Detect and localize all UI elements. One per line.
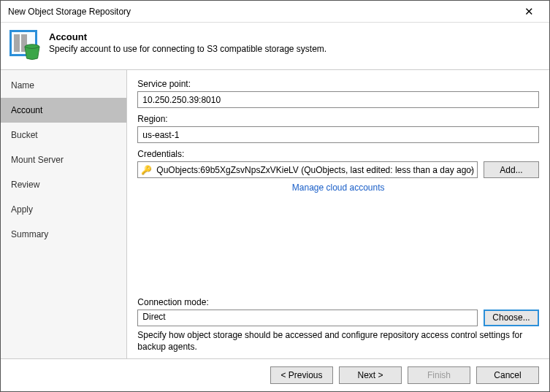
wizard-steps: Name Account Bucket Mount Server Review … bbox=[1, 70, 127, 358]
object-storage-icon bbox=[9, 30, 40, 61]
credentials-label: Credentials: bbox=[137, 149, 539, 159]
chevron-down-icon: ⌄ bbox=[468, 164, 474, 172]
region-label: Region: bbox=[137, 114, 539, 124]
step-bucket[interactable]: Bucket bbox=[1, 123, 126, 147]
key-icon: 🔑 bbox=[141, 165, 152, 175]
main-panel: Service point: Region: Credentials: 🔑 Qu… bbox=[127, 70, 549, 358]
connection-mode-field: Connection mode: Direct Choose... Specif… bbox=[137, 297, 539, 353]
wizard-footer: < Previous Next > Finish Cancel bbox=[1, 358, 549, 391]
wizard-window: New Object Storage Repository ✕ Account … bbox=[0, 0, 550, 392]
service-point-input[interactable] bbox=[137, 91, 539, 108]
credentials-field: Credentials: 🔑 QuObjects:69b5XgZsvNpsZxV… bbox=[137, 149, 539, 193]
step-apply[interactable]: Apply bbox=[1, 197, 126, 222]
header-title: Account bbox=[49, 31, 541, 42]
region-field: Region: bbox=[137, 114, 539, 143]
wizard-header: Account Specify account to use for conne… bbox=[1, 23, 549, 69]
connection-mode-hint: Specify how object storage should be acc… bbox=[137, 329, 539, 353]
finish-button: Finish bbox=[408, 366, 470, 384]
service-point-field: Service point: bbox=[137, 79, 539, 108]
service-point-label: Service point: bbox=[137, 79, 539, 89]
add-credentials-button[interactable]: Add... bbox=[484, 161, 539, 178]
step-name[interactable]: Name bbox=[1, 73, 126, 98]
credentials-selected: QuObjects:69b5XgZsvNpsZxVKieLV (QuObject… bbox=[156, 165, 474, 175]
next-button[interactable]: Next > bbox=[339, 366, 402, 384]
step-review[interactable]: Review bbox=[1, 172, 126, 197]
manage-cloud-accounts-link[interactable]: Manage cloud accounts bbox=[292, 182, 385, 193]
close-icon[interactable]: ✕ bbox=[514, 5, 543, 18]
credentials-dropdown[interactable]: 🔑 QuObjects:69b5XgZsvNpsZxVKieLV (QuObje… bbox=[137, 161, 478, 178]
wizard-body: Name Account Bucket Mount Server Review … bbox=[1, 69, 549, 358]
header-subtitle: Specify account to use for connecting to… bbox=[49, 44, 541, 54]
step-mount-server[interactable]: Mount Server bbox=[1, 147, 126, 172]
connection-mode-label: Connection mode: bbox=[137, 297, 539, 307]
choose-connection-button[interactable]: Choose... bbox=[484, 310, 539, 326]
region-input[interactable] bbox=[137, 126, 539, 143]
window-title: New Object Storage Repository bbox=[8, 7, 514, 17]
step-account[interactable]: Account bbox=[1, 98, 126, 123]
step-summary[interactable]: Summary bbox=[1, 222, 126, 247]
cancel-button[interactable]: Cancel bbox=[476, 366, 539, 384]
connection-mode-value: Direct bbox=[137, 310, 478, 326]
previous-button[interactable]: < Previous bbox=[270, 366, 333, 384]
titlebar: New Object Storage Repository ✕ bbox=[1, 1, 549, 23]
